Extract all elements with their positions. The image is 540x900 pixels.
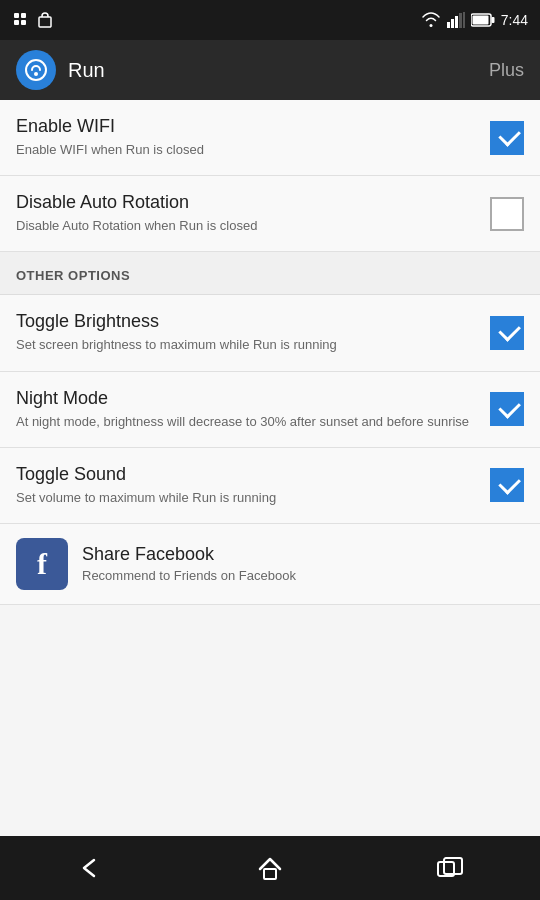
svg-rect-8 <box>459 13 462 28</box>
svg-rect-1 <box>21 13 26 18</box>
setting-item-enable-wifi[interactable]: Enable WIFI Enable WIFI when Run is clos… <box>0 100 540 176</box>
home-button[interactable] <box>240 846 300 890</box>
facebook-title: Share Facebook <box>82 544 296 565</box>
checkbox-disable-rotation[interactable] <box>490 197 524 231</box>
status-bar: 7:44 <box>0 0 540 40</box>
setting-title-toggle-sound: Toggle Sound <box>16 464 478 485</box>
bottom-nav <box>0 836 540 900</box>
setting-desc-toggle-brightness: Set screen brightness to maximum while R… <box>16 336 478 354</box>
recents-icon <box>436 856 464 880</box>
setting-title-night-mode: Night Mode <box>16 388 478 409</box>
content-area: Enable WIFI Enable WIFI when Run is clos… <box>0 100 540 836</box>
blackberry-icon <box>12 11 30 29</box>
setting-item-toggle-brightness[interactable]: Toggle Brightness Set screen brightness … <box>0 295 540 371</box>
setting-desc-night-mode: At night mode, brightness will decrease … <box>16 413 478 431</box>
svg-rect-4 <box>39 17 51 27</box>
svg-rect-2 <box>14 20 19 25</box>
app-icon <box>16 50 56 90</box>
home-icon <box>256 855 284 881</box>
setting-text-disable-rotation: Disable Auto Rotation Disable Auto Rotat… <box>16 192 490 235</box>
time-display: 7:44 <box>501 12 528 28</box>
svg-rect-7 <box>455 16 458 28</box>
setting-item-disable-rotation[interactable]: Disable Auto Rotation Disable Auto Rotat… <box>0 176 540 252</box>
facebook-desc: Recommend to Friends on Facebook <box>82 568 296 583</box>
svg-rect-0 <box>14 13 19 18</box>
checkbox-night-mode[interactable] <box>490 392 524 426</box>
setting-title-enable-wifi: Enable WIFI <box>16 116 478 137</box>
recents-button[interactable] <box>420 846 480 890</box>
svg-rect-12 <box>491 17 494 23</box>
facebook-text: Share Facebook Recommend to Friends on F… <box>82 544 296 583</box>
app-subtitle: Plus <box>489 60 524 81</box>
setting-desc-disable-rotation: Disable Auto Rotation when Run is closed <box>16 217 478 235</box>
wifi-icon <box>421 12 441 28</box>
setting-desc-enable-wifi: Enable WIFI when Run is closed <box>16 141 478 159</box>
back-icon <box>76 856 104 880</box>
checkbox-toggle-brightness[interactable] <box>490 316 524 350</box>
setting-item-toggle-sound[interactable]: Toggle Sound Set volume to maximum while… <box>0 448 540 524</box>
svg-rect-9 <box>463 12 465 28</box>
svg-rect-11 <box>472 16 488 25</box>
facebook-icon: f <box>16 538 68 590</box>
svg-rect-3 <box>21 20 26 25</box>
setting-desc-toggle-sound: Set volume to maximum while Run is runni… <box>16 489 478 507</box>
setting-item-night-mode[interactable]: Night Mode At night mode, brightness wil… <box>0 372 540 448</box>
bag-icon <box>36 11 54 29</box>
setting-text-night-mode: Night Mode At night mode, brightness wil… <box>16 388 490 431</box>
setting-text-toggle-sound: Toggle Sound Set volume to maximum while… <box>16 464 490 507</box>
svg-rect-6 <box>451 19 454 28</box>
status-bar-right: 7:44 <box>421 12 528 28</box>
checkbox-toggle-sound[interactable] <box>490 468 524 502</box>
other-options-label: OTHER OPTIONS <box>16 268 130 283</box>
svg-point-14 <box>34 72 38 76</box>
signal-icon <box>447 12 465 28</box>
svg-rect-5 <box>447 22 450 28</box>
other-options-header: OTHER OPTIONS <box>0 252 540 295</box>
facebook-share-item[interactable]: f Share Facebook Recommend to Friends on… <box>0 524 540 605</box>
svg-rect-15 <box>264 869 276 879</box>
app-bar: Run Plus <box>0 40 540 100</box>
checkbox-enable-wifi[interactable] <box>490 121 524 155</box>
app-title: Run <box>68 59 489 82</box>
battery-icon <box>471 13 495 27</box>
svg-point-13 <box>26 60 46 80</box>
setting-text-toggle-brightness: Toggle Brightness Set screen brightness … <box>16 311 490 354</box>
setting-title-disable-rotation: Disable Auto Rotation <box>16 192 478 213</box>
back-button[interactable] <box>60 846 120 890</box>
setting-title-toggle-brightness: Toggle Brightness <box>16 311 478 332</box>
setting-text-enable-wifi: Enable WIFI Enable WIFI when Run is clos… <box>16 116 490 159</box>
status-bar-left <box>12 11 54 29</box>
